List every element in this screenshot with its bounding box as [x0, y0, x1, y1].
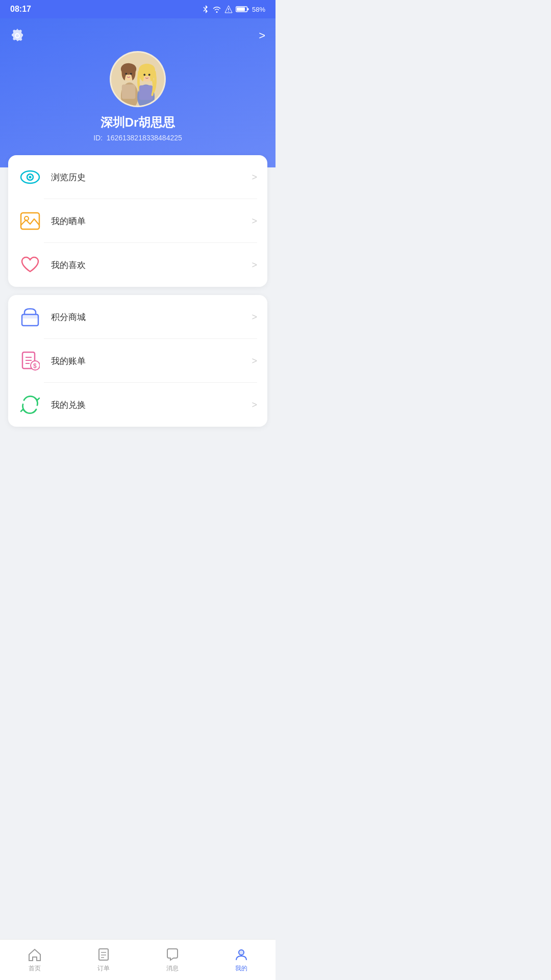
svg-rect-19: [139, 85, 153, 100]
svg-point-12: [130, 73, 132, 75]
profile-arrow[interactable]: >: [259, 29, 265, 42]
my-likes-icon-wrap: [18, 253, 42, 277]
my-show-item[interactable]: 我的晒单 >: [8, 199, 267, 243]
header-top: >: [10, 29, 265, 43]
bluetooth-icon: [202, 5, 209, 14]
my-bill-item[interactable]: $ 我的账单 >: [8, 339, 267, 383]
eye-icon: [20, 169, 40, 185]
svg-text:$: $: [33, 362, 37, 370]
my-likes-item[interactable]: 我的喜欢 >: [8, 243, 267, 287]
status-time: 08:17: [10, 5, 31, 14]
wifi-icon: [212, 6, 221, 13]
my-exchange-label: 我的兑换: [51, 399, 252, 411]
svg-rect-3: [228, 11, 229, 12]
my-show-arrow: >: [252, 216, 257, 227]
exchange-icon: [20, 395, 40, 414]
svg-rect-26: [22, 314, 38, 318]
svg-rect-13: [122, 84, 135, 99]
svg-point-17: [143, 74, 145, 76]
points-mall-arrow: >: [252, 312, 257, 323]
status-bar: 08:17 58%: [0, 0, 276, 18]
battery-percent: 58%: [252, 6, 265, 13]
my-show-label: 我的晒单: [51, 215, 252, 227]
gear-svg: [10, 29, 24, 43]
my-bill-icon-wrap: $: [18, 349, 42, 373]
battery-icon: [236, 6, 249, 13]
user-name: 深圳Dr胡思思: [101, 114, 176, 131]
mall-icon: [20, 307, 40, 327]
points-mall-item[interactable]: 积分商城 >: [8, 295, 267, 339]
settings-icon[interactable]: [10, 29, 24, 43]
svg-line-1: [204, 9, 206, 11]
my-likes-label: 我的喜欢: [51, 259, 252, 271]
my-exchange-item[interactable]: 我的兑换 >: [8, 383, 267, 427]
my-exchange-arrow: >: [252, 400, 257, 410]
svg-line-0: [204, 7, 206, 9]
status-icons: 58%: [202, 5, 265, 14]
browse-history-icon-wrap: [18, 165, 42, 189]
avatar[interactable]: [110, 51, 166, 107]
svg-rect-6: [237, 8, 245, 11]
browse-history-label: 浏览历史: [51, 172, 252, 183]
svg-point-22: [29, 176, 32, 179]
my-exchange-icon-wrap: [18, 393, 42, 416]
svg-point-18: [148, 74, 151, 76]
svg-rect-5: [247, 8, 249, 10]
my-bill-arrow: >: [252, 356, 257, 366]
points-mall-label: 积分商城: [51, 311, 252, 323]
my-likes-arrow: >: [252, 260, 257, 271]
content-area: 浏览历史 > 我的晒单 > 我的喜欢 >: [0, 155, 276, 427]
points-mall-icon-wrap: [18, 305, 42, 329]
user-id: ID: 16261382183384842​25: [93, 134, 182, 142]
menu-group-1: 浏览历史 > 我的晒单 > 我的喜欢 >: [8, 155, 267, 287]
bill-icon: $: [20, 351, 40, 371]
my-bill-label: 我的账单: [51, 355, 252, 367]
avatar-image: [111, 53, 164, 106]
alert-icon: [224, 5, 233, 13]
svg-rect-2: [228, 8, 229, 10]
image-icon: [20, 212, 40, 230]
menu-group-2: 积分商城 > $ 我的账单 >: [8, 295, 267, 427]
svg-point-11: [125, 73, 127, 75]
my-show-icon-wrap: [18, 209, 42, 233]
heart-icon: [20, 256, 40, 274]
browse-history-arrow: >: [252, 172, 257, 183]
browse-history-item[interactable]: 浏览历史 >: [8, 155, 267, 199]
profile-header: >: [0, 18, 276, 167]
